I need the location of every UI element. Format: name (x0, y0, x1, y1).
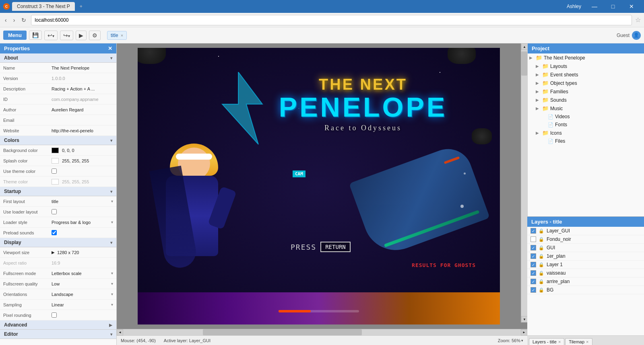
guest-area[interactable]: Guest 👤 (617, 31, 641, 40)
v-scroll-thumb[interactable] (521, 51, 527, 76)
prop-theme-color: Theme color 255, 255, 255 (0, 177, 116, 187)
tab-title-item[interactable]: title × (107, 31, 127, 40)
layer-row-bg[interactable]: ✓ 🔒 BG (527, 286, 644, 294)
layer-row-vaisseau[interactable]: ✓ 🔒 vaisseau (527, 269, 644, 277)
h-scroll-thumb[interactable] (203, 329, 362, 335)
nav-forward-btn[interactable]: › (12, 15, 17, 25)
h-scroll-right[interactable]: ► (521, 329, 527, 336)
tree-item-eventsheets[interactable]: ▶ 📁 Event sheets (528, 70, 644, 79)
bottom-tab-layers-label: Layers - title (533, 339, 557, 344)
prop-website-value[interactable]: http://the-next-penelo (52, 128, 113, 133)
menu-button[interactable]: Menu (3, 31, 27, 40)
layer-row-1erplan[interactable]: ✓ 🔒 1er_plan (527, 252, 644, 261)
active-tab[interactable]: Construct 3 - The Next P (12, 2, 75, 11)
h-scroll-left[interactable]: ◄ (117, 329, 123, 336)
prop-sampling-value[interactable]: Linear ▾ (52, 302, 113, 307)
v-scroll-up[interactable]: ▲ (521, 43, 527, 50)
section-about[interactable]: About ▾ (0, 53, 116, 63)
zoom-level[interactable]: Zoom: 56% ▾ (498, 338, 523, 343)
bottom-tab-layers-close[interactable]: × (558, 339, 561, 344)
tree-item-root[interactable]: ▶ 📁 The Next Penelope (528, 53, 644, 62)
nav-back-btn[interactable]: ‹ (3, 15, 8, 25)
tree-item-fonts[interactable]: 📄 Fonts (528, 121, 644, 129)
v-scroll-down[interactable]: ▼ (521, 316, 527, 322)
new-tab-btn[interactable]: + (76, 3, 86, 10)
prop-loader-style-value[interactable]: Progress bar & logo ▾ (52, 220, 113, 225)
prop-fullscreen-quality-value[interactable]: Low ▾ (52, 281, 113, 286)
undo-button[interactable]: ↩▾ (44, 31, 58, 40)
debug-button[interactable]: ⚙ (89, 31, 101, 40)
prop-orientations-value[interactable]: Landscape ▾ (52, 292, 113, 297)
h-scrollbar[interactable]: ◄ ► (117, 329, 527, 335)
layer-check-gui[interactable]: ✓ (530, 228, 536, 234)
prop-splash-color-value[interactable]: 255, 255, 255 (52, 158, 113, 164)
prop-name-value[interactable]: The Next Penelope (52, 66, 113, 70)
prop-first-layout-value[interactable]: title ▾ (52, 199, 113, 204)
section-colors[interactable]: Colors ▾ (0, 136, 116, 145)
prop-description-value[interactable]: Racing + Action + A ... (52, 86, 113, 91)
loader-style-dropdown: ▾ (111, 220, 113, 224)
nav-refresh-btn[interactable]: ↻ (20, 15, 28, 25)
layer-check-fondu[interactable] (530, 236, 536, 242)
layer-row-layer1[interactable]: ✓ 🔒 Layer 1 (527, 261, 644, 269)
use-theme-checkbox[interactable] (52, 168, 57, 174)
prop-viewport-value[interactable]: ▶ 1280 x 720 (52, 250, 113, 255)
section-advanced[interactable]: Advanced ▶ (0, 320, 116, 330)
lock-icon-layer1: 🔒 (539, 262, 544, 267)
bottom-tab-tilemap-close[interactable]: × (586, 339, 588, 344)
bottom-tab-layers[interactable]: Layers - title × (529, 338, 564, 345)
prop-fullscreen-mode-value[interactable]: Letterbox scale ▾ (52, 271, 113, 276)
pixel-rounding-checkbox[interactable] (52, 312, 57, 318)
project-panel-title: Project (532, 45, 549, 51)
preload-sounds-checkbox[interactable] (52, 230, 57, 235)
bottom-tab-tilemap[interactable]: Tilemap × (565, 338, 592, 345)
tree-item-icons[interactable]: ▶ 📁 Icons (528, 129, 644, 137)
bg-color-swatch[interactable] (52, 148, 59, 153)
active-layer-status: Active layer: Layer_GUI (164, 338, 211, 343)
v-scrollbar[interactable]: ▲ ▼ (521, 43, 527, 322)
tree-arrow-families: ▶ (536, 89, 541, 94)
section-display[interactable]: Display ▾ (0, 238, 116, 247)
use-loader-checkbox[interactable] (52, 209, 57, 214)
layer-check-1erplan[interactable]: ✓ (530, 253, 536, 259)
layer-check-layer1[interactable]: ✓ (530, 262, 536, 267)
layer-check-bg[interactable]: ✓ (530, 287, 536, 293)
section-editor[interactable]: Editor ▾ (0, 330, 116, 339)
layer-row-fondu[interactable]: 🔒 Fondu_noir (527, 235, 644, 244)
play-button[interactable]: ▶ (76, 31, 87, 40)
maximize-btn[interactable]: □ (604, 0, 622, 13)
prop-theme-color-value[interactable]: 255, 255, 255 (52, 179, 113, 185)
url-input[interactable] (31, 15, 632, 25)
section-startup[interactable]: Startup ▾ (0, 187, 116, 196)
tree-item-files[interactable]: 📄 Files (528, 137, 644, 145)
tree-item-families[interactable]: ▶ 📁 Families (528, 87, 644, 96)
tree-item-objecttypes[interactable]: ▶ 📁 Object types (528, 79, 644, 87)
prop-version-value[interactable]: 1.0.0.0 (52, 76, 113, 81)
close-btn[interactable]: ✕ (622, 0, 641, 13)
minimize-btn[interactable]: — (585, 0, 604, 13)
layer-row-arrire[interactable]: ✓ 🔒 arrire_plan (527, 277, 644, 286)
layer-check-vaisseau[interactable]: ✓ (530, 270, 536, 276)
layer-row-gui[interactable]: ✓ 🔒 Layer_GUI (527, 227, 644, 235)
prop-author-label: Author (3, 107, 52, 112)
prop-author-value[interactable]: Aurelien Regard (52, 107, 113, 112)
prop-id-value[interactable]: com.company.appname (52, 97, 113, 102)
tree-item-music[interactable]: ▶ 📁 Music (528, 104, 644, 113)
layer-check-guimain[interactable]: ✓ (530, 245, 536, 251)
tree-item-videos[interactable]: 📄 Videos (528, 113, 644, 121)
properties-panel-close[interactable]: ✕ (108, 45, 112, 51)
section-startup-collapse: ▾ (110, 189, 112, 194)
layer-row-guimain[interactable]: ✓ 🔒 GUI (527, 244, 644, 252)
splash-color-swatch[interactable] (52, 158, 59, 164)
star-btn[interactable]: ☆ (635, 16, 641, 24)
save-button[interactable]: 💾 (29, 31, 42, 40)
tree-item-sounds[interactable]: ▶ 📁 Sounds (528, 96, 644, 104)
tab-title-close[interactable]: × (121, 33, 123, 38)
redo-button[interactable]: ↪▾ (60, 31, 73, 40)
game-preview[interactable]: THE NEXT PENELOPE Race to Odysseus (138, 48, 500, 324)
prop-bg-color-value[interactable]: 0, 0, 0 (52, 148, 113, 153)
tree-item-layouts[interactable]: ▶ 📁 Layouts (528, 62, 644, 70)
theme-color-swatch[interactable] (52, 179, 59, 185)
canvas-scroll[interactable]: ▲ ▼ (117, 43, 527, 329)
layer-check-arrire[interactable]: ✓ (530, 279, 536, 284)
